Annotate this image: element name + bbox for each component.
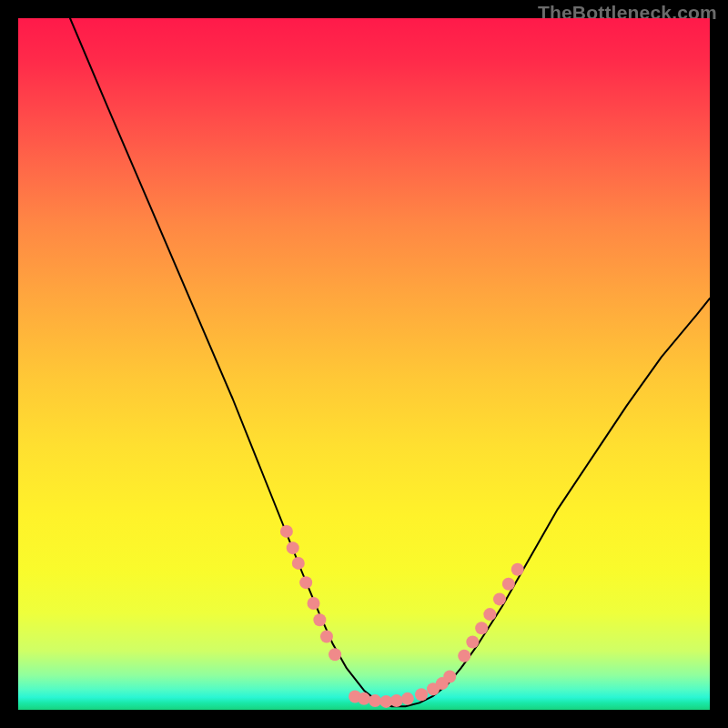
data-point [466,636,479,649]
data-point [493,592,506,605]
data-point [320,630,333,642]
data-point [401,693,414,705]
data-point [502,578,515,591]
data-point [390,694,403,707]
data-point [483,608,496,621]
curve-line [70,18,710,706]
data-point [458,650,470,662]
chart-svg [18,18,710,710]
data-point [369,694,381,707]
data-points [280,525,524,708]
data-point [329,648,341,661]
bottleneck-curve [70,18,710,706]
data-point [313,613,326,626]
chart-frame: TheBottleneck.com [0,0,728,728]
data-point [287,541,299,554]
data-point [511,563,524,576]
data-point [475,622,488,634]
data-point [292,557,305,570]
data-point [280,525,293,538]
data-point [415,688,428,701]
data-point [358,693,370,705]
data-point [308,597,320,610]
data-point [443,671,456,683]
plot-area [18,18,710,710]
data-point [299,576,312,589]
